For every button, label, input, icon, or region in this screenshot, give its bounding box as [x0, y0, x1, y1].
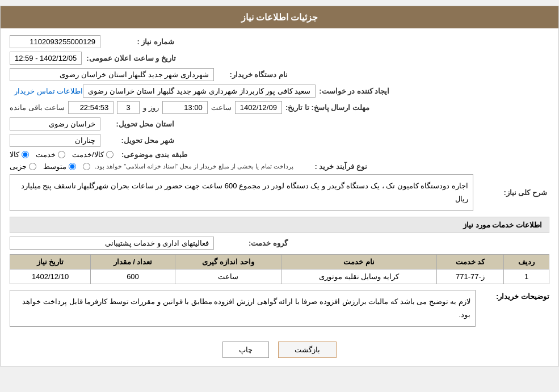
city-label: شهر محل تحویل:: [100, 136, 174, 145]
buyer-notes-content: لازم به توضیح می باشد که مالیات برارزش ا…: [10, 290, 476, 327]
category-row: طبقه بندی موضوعی: کالا/خدمت خدمت کالا: [10, 150, 549, 159]
content-area: شماره نیاز : 1102093255000129 تاریخ و سا…: [1, 28, 558, 334]
response-date: 1402/12/09: [235, 101, 282, 114]
creator-row: ایجاد کننده در خواست: سعید کافی پور کارب…: [10, 85, 549, 98]
order-number-value: 1102093255000129: [10, 35, 100, 48]
announcement-date-row: تاریخ و ساعت اعلان عمومی: 1402/12/05 - 1…: [10, 52, 549, 65]
col-date: تاریخ نیاز: [10, 254, 91, 269]
table-cell-code: ز-77-771: [436, 269, 504, 284]
col-name: نام خدمت: [281, 254, 436, 269]
category-khedmat[interactable]: خدمت: [36, 150, 65, 159]
city-row: شهر محل تحویل: چناران: [10, 134, 549, 147]
buyer-row: نام دستگاه خریدار: شهرداری شهر جدید گلبه…: [10, 68, 549, 81]
purchase-type-row: نوع فرآیند خرید : پرداخت تمام یا بخشی از…: [10, 162, 549, 171]
purchase-type-medium[interactable]: متوسط: [43, 162, 76, 171]
purchase-type-label: نوع فرآیند خرید :: [293, 162, 367, 171]
description-value: اجاره دودستگاه کامیون تک ، یک دستگاه گری…: [10, 174, 473, 211]
page-header: جزئیات اطلاعات نیاز: [1, 6, 558, 28]
table-cell-date: 1402/12/10: [10, 269, 91, 284]
col-qty: تعداد / مقدار: [91, 254, 175, 269]
province-row: استان محل تحویل: خراسان رضوی: [10, 117, 549, 130]
page-title: جزئیات اطلاعات نیاز: [241, 12, 318, 22]
category-kala[interactable]: کالا: [10, 150, 29, 159]
announcement-value: 1402/12/05 - 12:59: [10, 52, 82, 65]
order-number-label: شماره نیاز :: [100, 37, 174, 46]
table-cell-quantity: 600: [91, 269, 175, 284]
order-number-row: شماره نیاز : 1102093255000129: [10, 35, 549, 48]
buyer-notes-label: توضیحات خریدار:: [476, 290, 549, 301]
buyer-notes-value: لازم به توضیح می باشد که مالیات برارزش ا…: [10, 290, 476, 327]
services-table: ردیف کد خدمت نام خدمت واحد اندازه گیری ت…: [10, 254, 549, 284]
service-group-row: گروه خدمت: فعالیتهای اداری و خدمات پشتیب…: [10, 237, 549, 250]
creator-label: ایجاد کننده در خواست:: [316, 87, 389, 95]
col-unit: واحد اندازه گیری: [175, 254, 281, 269]
buyer-value: شهرداری شهر جدید گلبهار استان خراسان رضو…: [10, 68, 214, 81]
province-value: خراسان رضوی: [10, 117, 100, 130]
response-days-label: روز و: [143, 103, 159, 112]
table-cell-name: کرایه وسایل نقلیه موتوری: [281, 269, 436, 284]
contact-link[interactable]: اطلاعات تماس خریدار: [14, 87, 83, 95]
print-button[interactable]: چاپ: [222, 342, 269, 358]
response-time-label: مهلت ارسال پاسخ: تا تاریخ:: [285, 103, 369, 112]
city-value: چناران: [10, 134, 100, 147]
purchase-note: پرداخت تمام یا بخشی از مبلغ خریدار از مح…: [95, 163, 293, 170]
purchase-type-radio-group: متوسط جزیی: [10, 162, 90, 171]
response-remaining: 22:54:53: [68, 101, 114, 114]
category-kala-khedmat[interactable]: کالا/خدمت: [72, 150, 114, 159]
bottom-buttons: بازگشت چاپ: [1, 334, 558, 366]
buyer-notes-row: توضیحات خریدار: لازم به توضیح می باشد که…: [10, 290, 549, 327]
announcement-label: تاریخ و ساعت اعلان عمومی:: [86, 54, 176, 62]
table-cell-index: 1: [504, 269, 549, 284]
page-wrapper: جزئیات اطلاعات نیاز شماره نیاز : 1102093…: [0, 6, 559, 366]
response-remaining-label: ساعت باقی مانده: [10, 103, 65, 112]
description-row: شرح کلی نیاز: اجاره دودستگاه کامیون تک ،…: [10, 174, 549, 211]
service-group-label: گروه خدمت:: [214, 239, 288, 247]
response-time-row: مهلت ارسال پاسخ: تا تاریخ: 1402/12/09 سا…: [10, 101, 549, 114]
services-section-title: اطلاعات خدمات مورد نیاز: [10, 217, 549, 233]
province-label: استان محل تحویل:: [100, 120, 174, 128]
col-index: ردیف: [504, 254, 549, 269]
service-group-value: فعالیتهای اداری و خدمات پشتیبانی: [10, 237, 214, 250]
category-radio-group: کالا/خدمت خدمت کالا: [10, 150, 114, 159]
response-days: 3: [117, 101, 140, 114]
response-time: 13:00: [162, 101, 208, 114]
response-time-label2: ساعت: [211, 103, 232, 112]
category-label: طبقه بندی موضوعی:: [114, 150, 187, 159]
buyer-label: نام دستگاه خریدار:: [214, 70, 288, 79]
col-code: کد خدمت: [436, 254, 504, 269]
description-label: شرح کلی نیاز:: [473, 188, 547, 197]
back-button[interactable]: بازگشت: [278, 342, 337, 358]
purchase-type-empty[interactable]: [83, 163, 90, 170]
creator-value: سعید کافی پور کاربرداز شهرداری شهر جدید …: [83, 85, 316, 98]
table-cell-unit: ساعت: [175, 269, 281, 284]
table-row: 1ز-77-771کرایه وسایل نقلیه موتوریساعت600…: [10, 269, 549, 284]
purchase-type-partial[interactable]: جزیی: [10, 162, 36, 171]
